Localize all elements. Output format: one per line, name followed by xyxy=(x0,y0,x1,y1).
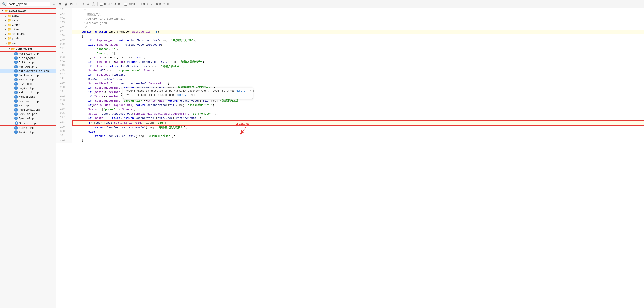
line-code-279[interactable]: if (!$spread_uid) return JsonService::fa… xyxy=(72,38,644,43)
sidebar-item-Login.php[interactable]: CLogin.php xyxy=(0,86,56,90)
file-icon-Alipay.php: C xyxy=(14,56,18,60)
sidebar-item-Topic.php[interactable]: CTopic.php xyxy=(0,130,56,134)
sidebar-item-Spread.php[interactable]: CSpread.php xyxy=(0,121,56,126)
tree-label-Store.php: Store.php xyxy=(18,126,34,130)
search-option2-button[interactable]: ⁋→ xyxy=(75,2,80,6)
tooltip-link2[interactable]: more... xyxy=(177,94,188,97)
code-line-285: 285 if (!$code) return JsonService::fail… xyxy=(56,64,644,69)
tree-label-Live.php: Live.php xyxy=(18,82,32,86)
sidebar-item-AuthApi.php[interactable]: CAuthApi.php xyxy=(0,64,56,69)
words-checkbox[interactable] xyxy=(124,2,127,5)
search-option3-button[interactable]: ⌖ xyxy=(82,2,85,6)
sidebar-item-Index.php[interactable]: CIndex.php xyxy=(0,77,56,82)
line-code-282[interactable]: ['code', ''], xyxy=(72,51,644,56)
sidebar-item-extra[interactable]: ▶📁extra xyxy=(0,18,56,23)
line-code-272[interactable]: /** xyxy=(72,8,644,12)
line-code-288[interactable]: SmsCode::setCodeInval xyxy=(72,77,644,82)
line-code-301[interactable]: return JsonService::fail( msg: '很抱歉加入失败!… xyxy=(72,134,644,139)
line-code-284[interactable]: if (!$phone || !$code) return JsonServic… xyxy=(72,60,644,64)
line-number-300: 300 xyxy=(56,130,67,134)
folder-arrow-controller: ▼ xyxy=(8,48,11,50)
file-icon-AuthController.php: C xyxy=(14,69,18,73)
search-input[interactable] xyxy=(7,2,50,6)
line-code-285[interactable]: if (!$code) return JsonService::fail( ms… xyxy=(72,64,644,69)
code-line-282: 282 ['code', ''], xyxy=(56,51,644,56)
sidebar-item-controller[interactable]: ▼📂controller xyxy=(0,46,56,52)
sidebar-item-admin[interactable]: ▶📁admin xyxy=(0,13,56,18)
code-line-300: 300 else xyxy=(56,130,644,134)
line-code-273[interactable]: * 绑定推广人 xyxy=(72,12,644,17)
line-code-295[interactable]: $data = ['phone' => $phone]; xyxy=(72,107,644,112)
line-number-282: 282 xyxy=(56,51,67,56)
words-label[interactable]: Words xyxy=(128,2,136,5)
line-code-275[interactable]: * @return json xyxy=(72,21,644,25)
line-code-278[interactable]: { xyxy=(72,34,644,38)
navigate-previous-button[interactable]: ▲ xyxy=(52,2,56,6)
line-code-286[interactable]: $code=md5( str: 'is_phone_code', $code); xyxy=(72,69,644,73)
sidebar-item-Live.php[interactable]: CLive.php xyxy=(0,82,56,86)
line-code-287[interactable]: if (!$SmsCode::CheckCo xyxy=(72,73,644,77)
line-code-280[interactable]: list($phone, $code) = UtilService::postM… xyxy=(72,43,644,47)
search-close-button[interactable]: ✕ xyxy=(92,2,95,6)
search-filter-button[interactable]: ⊜ xyxy=(86,2,90,6)
sidebar-item-Store.php[interactable]: CStore.php xyxy=(0,126,56,130)
line-code-300[interactable]: else xyxy=(72,130,644,134)
sidebar-item-Service.php[interactable]: CService.php xyxy=(0,112,56,116)
match-case-checkbox[interactable] xyxy=(100,2,103,5)
line-number-301: 301 xyxy=(56,134,67,139)
sidebar-item-AuthController.php[interactable]: CAuthController.php xyxy=(0,69,56,73)
line-code-296[interactable]: $data = User::manageSpread($spread_uid,$… xyxy=(72,112,644,116)
line-code-277[interactable]: public function save_promoter($spread_ui… xyxy=(72,30,644,34)
line-code-293[interactable]: if ($spreadUserInfo['spread_uid']==$this… xyxy=(72,99,644,103)
sidebar-item-Material.php[interactable]: CMaterial.php xyxy=(0,90,56,95)
code-line-279: 279 if (!$spread_uid) return JsonService… xyxy=(56,38,644,43)
sidebar-item-application[interactable]: ▼📂application xyxy=(0,8,56,13)
navigate-next-button[interactable]: ▼ xyxy=(58,2,62,6)
regex-help-button[interactable]: ? xyxy=(150,2,153,6)
sidebar-item-Activity.php[interactable]: CActivity.php xyxy=(0,52,56,56)
tree-label-controller: controller xyxy=(16,47,33,50)
line-code-302[interactable]: } xyxy=(72,139,644,143)
sidebar-item-Alipay.php[interactable]: CAlipay.php xyxy=(0,56,56,60)
line-code-294[interactable]: if($this->uid==$spread_uid) return JsonS… xyxy=(72,103,644,107)
line-gutter-283 xyxy=(67,56,72,60)
line-code-283[interactable]: ], $this->request, suffix: true); xyxy=(72,56,644,60)
editor[interactable]: 272 /**273 * 绑定推广人274 * @param int $spre… xyxy=(56,8,644,308)
file-icon-Merchant.php: C xyxy=(14,99,18,103)
sidebar-item-Special.php[interactable]: CSpecial.php xyxy=(0,116,56,121)
sidebar-item-live[interactable]: ▶📁live xyxy=(0,27,56,32)
line-number-287: 287 xyxy=(56,73,67,77)
sidebar-item-wap[interactable]: ▼📂wap xyxy=(0,41,56,46)
sidebar-item-Callback.php[interactable]: CCallback.php xyxy=(0,73,56,77)
line-code-299[interactable]: return JsonService::successful( msg: '恭喜… xyxy=(72,126,644,130)
sidebar-item-merchant[interactable]: ▶📁merchant xyxy=(0,32,56,36)
line-gutter-301 xyxy=(67,134,72,139)
line-gutter-276 xyxy=(67,25,72,30)
search-option1-button[interactable]: ⁋↕ xyxy=(69,2,74,6)
line-code-276[interactable]: */ xyxy=(72,25,644,30)
line-code-289[interactable]: $spreadUserInfo = User::getUserInfo($spr… xyxy=(72,82,644,86)
search-all-button[interactable]: ◉ xyxy=(64,2,68,6)
sidebar-item-PublicApi.php[interactable]: CPublicApi.php xyxy=(0,108,56,112)
line-gutter-297 xyxy=(67,116,72,120)
line-code-281[interactable]: ['phone', ''], xyxy=(72,47,644,51)
line-code-297[interactable]: if ($data === false) return JsonService:… xyxy=(72,116,644,120)
tooltip-shortcut1: (⌘F1) xyxy=(248,90,256,92)
line-code-298[interactable]: if (User::edit($data,$this->uid, field: … xyxy=(72,120,644,126)
folder-icon-wap: 📂 xyxy=(8,42,12,45)
line-code-274[interactable]: * @param int $spread_uid xyxy=(72,17,644,21)
file-icon-Live.php: C xyxy=(14,82,18,86)
line-number-285: 285 xyxy=(56,64,67,69)
sidebar-item-Merchant.php[interactable]: CMerchant.php xyxy=(0,99,56,103)
sidebar-item-index[interactable]: ▶📁index xyxy=(0,23,56,27)
tree-label-Login.php: Login.php xyxy=(18,87,34,90)
folder-arrow-extra: ▶ xyxy=(4,19,7,22)
sidebar-item-My.php[interactable]: CMy.php xyxy=(0,103,56,108)
line-gutter-285 xyxy=(67,64,72,69)
tooltip-link1[interactable]: more... xyxy=(236,90,247,93)
match-case-label[interactable]: Match Case xyxy=(104,2,120,5)
sidebar-item-push[interactable]: ▶📁push xyxy=(0,36,56,41)
code-line-297: 297 if ($data === false) return JsonServ… xyxy=(56,116,644,120)
sidebar-item-Article.php[interactable]: CArticle.php xyxy=(0,60,56,64)
sidebar-item-Member.php[interactable]: CMember.php xyxy=(0,95,56,99)
